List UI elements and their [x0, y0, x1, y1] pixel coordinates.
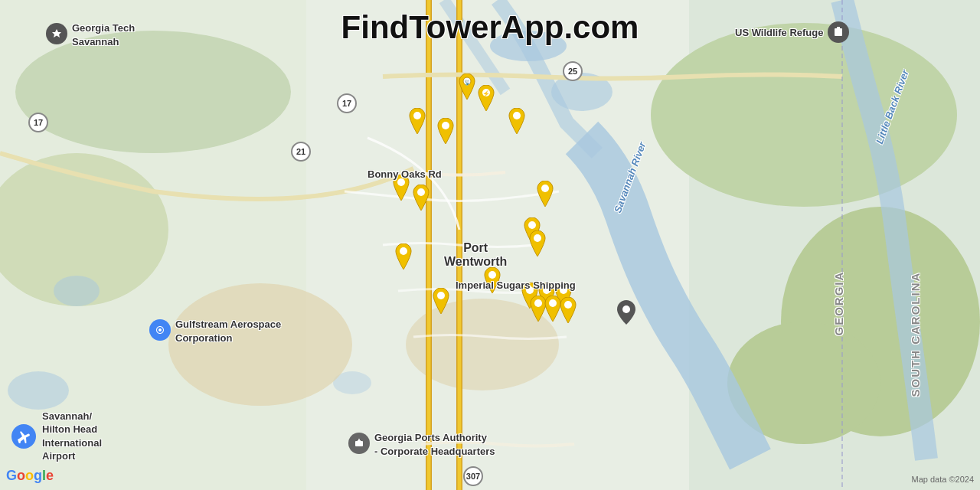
map-container: FindTowerApp.com Bonny Oaks Rd PortWentw… [0, 0, 980, 490]
svg-point-39 [488, 271, 496, 279]
label-georgia-ports: Georgia Ports Authority- Corporate Headq… [348, 431, 495, 459]
svg-point-37 [534, 234, 541, 242]
svg-text:📡: 📡 [464, 79, 471, 86]
tower-marker: 📡 [456, 74, 478, 100]
poi-imperial-sugars-marker [617, 300, 635, 328]
svg-point-6 [651, 23, 957, 207]
route-circle-307: 307 [463, 466, 483, 486]
tower-marker [410, 185, 432, 211]
label-georgia-tech: Georgia TechSavannah [46, 21, 135, 49]
tower-marker [534, 181, 556, 207]
svg-point-31 [413, 112, 421, 119]
svg-point-44 [534, 299, 542, 307]
svg-point-45 [549, 299, 557, 307]
route-circle-17-east: 17 [337, 93, 357, 113]
tower-marker [407, 108, 428, 134]
tower-marker [430, 288, 452, 314]
svg-point-36 [528, 221, 536, 229]
svg-rect-20 [835, 28, 842, 36]
svg-point-46 [564, 301, 572, 309]
svg-point-32 [442, 122, 449, 129]
label-state-south-carolina: SOUTH CAROLINA [909, 272, 922, 397]
svg-point-12 [8, 371, 69, 410]
tower-marker [527, 230, 548, 256]
tower-marker [393, 243, 414, 270]
svg-point-38 [400, 247, 407, 255]
airport-label: Savannah/Hilton HeadSavannah/ Hilton Hea… [42, 410, 102, 463]
svg-point-30 [513, 112, 521, 119]
tower-marker [557, 297, 579, 323]
airport-icon [11, 424, 36, 449]
svg-rect-21 [837, 27, 840, 29]
city-label-port-wentworth: PortWentworth [444, 241, 507, 269]
svg-point-22 [158, 328, 162, 332]
label-gulfstream: Gulfstream AerospaceCorporation [149, 318, 281, 345]
tower-marker [506, 108, 528, 134]
route-circle-17-west: 17 [28, 113, 48, 132]
tower-marker: ⚡ [475, 85, 497, 111]
svg-text:⚡: ⚡ [482, 90, 490, 97]
route-circle-21: 21 [291, 142, 311, 162]
map-title: FindTowerApp.com [341, 9, 639, 46]
map-attribution: Map data ©2024 [912, 475, 975, 484]
airport-section: Savannah/Hilton HeadSavannah/ Hilton Hea… [11, 410, 102, 463]
svg-point-40 [437, 292, 445, 299]
label-imperial-sugars: Imperial Sugars Shipping [456, 279, 576, 291]
svg-point-35 [541, 185, 549, 192]
label-wildlife-refuge: US Wildlife Refuge [735, 21, 849, 43]
road-label-bonny-oaks: Bonny Oaks Rd [368, 168, 442, 180]
svg-point-34 [417, 188, 425, 196]
google-logo: Google [6, 468, 54, 484]
svg-rect-23 [355, 441, 363, 446]
route-circle-25: 25 [563, 61, 583, 81]
label-state-georgia: GEORGIA [832, 271, 845, 336]
tower-marker [435, 118, 456, 144]
svg-point-11 [54, 276, 100, 306]
svg-point-25 [622, 305, 630, 313]
